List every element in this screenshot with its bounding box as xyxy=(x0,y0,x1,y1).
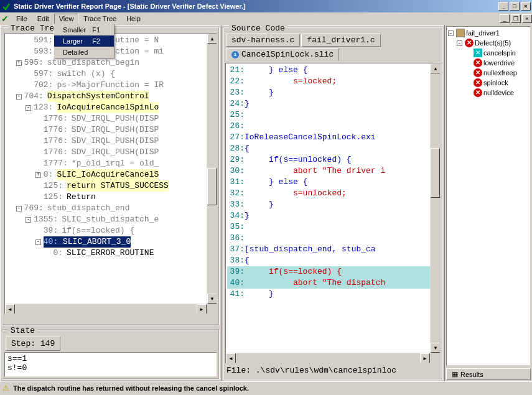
source-line[interactable]: 39: if(s==locked) { xyxy=(227,266,439,277)
tree-node[interactable]: ✕lowerdrive xyxy=(448,58,529,68)
trace-line[interactable]: 125:return STATUS_SUCCESS xyxy=(6,180,215,192)
source-line[interactable]: 34:} xyxy=(227,210,439,221)
scroll-thumb[interactable] xyxy=(207,168,217,205)
trace-hscrollbar[interactable]: ◄ ► xyxy=(5,304,207,314)
source-line[interactable]: 33: } xyxy=(227,199,439,210)
source-line[interactable]: 31: } else { xyxy=(227,177,439,188)
defect-tree[interactable]: -fail_driver1-✕Defect(s)(5)✕cancelspin✕l… xyxy=(446,26,531,366)
source-line[interactable]: 27:IoReleaseCancelSpinLock.exi xyxy=(227,132,439,143)
trace-line[interactable]: -704:DispatchSystemControl xyxy=(6,91,215,102)
scroll-right-icon[interactable]: ► xyxy=(197,304,207,314)
view-menu-item[interactable]: Detailed xyxy=(54,47,114,58)
trace-tree-view[interactable]: 591:ps->CancelRoutine = N 593:ps->MinorF… xyxy=(4,33,217,314)
tree-node[interactable]: ✕nulldevice xyxy=(448,88,529,98)
source-tab[interactable]: iCancelSpinLock.slic xyxy=(226,48,339,61)
close-button[interactable]: × xyxy=(521,2,531,11)
mdi-close-button[interactable]: × xyxy=(522,14,532,23)
source-line[interactable]: 32: s=unlocked; xyxy=(227,188,439,199)
minimize-button[interactable]: _ xyxy=(498,2,508,11)
source-hscrollbar[interactable]: ◄ ► xyxy=(226,353,430,363)
trace-line[interactable]: 1776:SDV_IRQL_PUSH(DISP xyxy=(6,136,215,147)
step-button[interactable]: Step: 149 xyxy=(6,337,60,351)
trace-line[interactable]: 702:ps->MajorFunction = IR xyxy=(6,80,215,91)
source-line[interactable]: 41: } xyxy=(227,289,439,300)
source-tab[interactable]: sdv-harness.c xyxy=(226,34,300,47)
tree-node[interactable]: ✕spinlock xyxy=(448,78,529,88)
source-line[interactable]: 38:{ xyxy=(227,255,439,266)
source-vscrollbar[interactable]: ▲ ▼ xyxy=(430,63,440,353)
state-line: s!=0 xyxy=(7,363,214,373)
scroll-up-icon[interactable]: ▲ xyxy=(207,34,217,44)
state-line: s==1 xyxy=(7,354,214,363)
trace-line[interactable]: -769:stub_dispatch_end xyxy=(6,203,215,214)
source-line[interactable]: 36: xyxy=(227,233,439,244)
trace-vscrollbar[interactable]: ▲ ▼ xyxy=(207,34,217,304)
mdi-restore-button[interactable]: ❐ xyxy=(511,14,521,23)
trace-line[interactable]: 597:switch (x) { xyxy=(6,68,215,80)
trace-line[interactable]: 1777:*p_old_irql = old_ xyxy=(6,158,215,169)
selected-icon: ✕ xyxy=(474,49,482,57)
tree-node[interactable]: ✕cancelspin xyxy=(448,48,529,58)
mdi-minimize-button[interactable]: _ xyxy=(500,14,510,23)
trace-line[interactable]: 1776:SDV_IRQL_PUSH(DISP xyxy=(6,113,215,124)
tree-toggle-icon[interactable]: - xyxy=(26,217,31,223)
source-line[interactable]: 37:[stub_dispatch_end, stub_ca xyxy=(227,244,439,255)
trace-line[interactable]: +595:stub_dispatch_begin xyxy=(6,57,215,68)
tree-node[interactable]: -✕Defect(s)(5) xyxy=(448,38,529,48)
menubar: ✓ File Edit View Trace Tree Help Smaller… xyxy=(0,12,532,25)
scroll-up-icon[interactable]: ▲ xyxy=(431,63,441,73)
tree-node[interactable]: -fail_driver1 xyxy=(448,28,529,38)
source-tab[interactable]: fail_driver1.c xyxy=(301,34,380,47)
tree-toggle-icon[interactable]: - xyxy=(26,105,31,111)
trace-line[interactable]: -1355:SLIC_stub_dispatch_e xyxy=(6,214,215,225)
source-line[interactable]: 23: } xyxy=(227,87,439,98)
trace-line[interactable]: +0:SLIC_IoAcquireCancelS xyxy=(6,169,215,180)
source-line[interactable]: 35: xyxy=(227,221,439,233)
source-line[interactable]: 24:} xyxy=(227,98,439,109)
view-menu-item[interactable]: SmallerF1 xyxy=(54,24,114,35)
scroll-left-icon[interactable]: ◄ xyxy=(5,304,15,314)
tree-toggle-icon[interactable]: + xyxy=(16,60,22,66)
source-line[interactable]: 40: abort "The dispatch xyxy=(227,277,439,289)
menu-file[interactable]: File xyxy=(11,14,32,24)
maximize-button[interactable]: □ xyxy=(510,2,520,11)
tree-toggle-icon[interactable]: - xyxy=(448,30,454,36)
trace-line[interactable]: -40: SLIC_ABORT_3_0 xyxy=(6,236,215,248)
scroll-thumb[interactable] xyxy=(431,148,440,198)
menu-help[interactable]: Help xyxy=(121,14,146,24)
error-icon: ✕ xyxy=(465,39,474,47)
tree-toggle-icon[interactable]: + xyxy=(35,172,41,178)
scroll-right-icon[interactable]: ► xyxy=(420,353,430,363)
source-line[interactable]: 26: xyxy=(227,121,439,132)
trace-line[interactable]: 125:Return xyxy=(6,192,215,203)
tree-toggle-icon[interactable]: - xyxy=(457,40,462,46)
trace-line[interactable]: -123:IoAcquireCancelSpinLo xyxy=(6,102,215,113)
scroll-down-icon[interactable]: ▼ xyxy=(207,294,217,304)
results-tab[interactable]: ▦ Results xyxy=(446,368,531,380)
tree-toggle-icon[interactable]: - xyxy=(16,206,22,211)
package-icon xyxy=(456,29,465,37)
left-panel: Trace Tree 591:ps->CancelRoutine = N 593… xyxy=(0,25,222,381)
trace-line[interactable]: 0:SLIC_ERROR_ROUTINE xyxy=(6,248,215,259)
source-view[interactable]: 21: } else {22: s=locked;23: }24:}25:26:… xyxy=(225,63,441,363)
trace-line[interactable]: 1776:SDV_IRQL_PUSH(DISP xyxy=(6,124,215,136)
tree-toggle-icon[interactable]: - xyxy=(16,94,22,100)
view-menu-item[interactable]: LargerF2 xyxy=(54,35,114,47)
menu-view[interactable]: View xyxy=(54,14,79,24)
scroll-down-icon[interactable]: ▼ xyxy=(431,343,441,353)
source-line[interactable]: 21: } else { xyxy=(227,65,439,76)
source-line[interactable]: 22: s=locked; xyxy=(227,76,439,87)
source-line[interactable]: 28:{ xyxy=(227,143,439,154)
menu-edit[interactable]: Edit xyxy=(32,14,54,24)
menu-tracetree[interactable]: Trace Tree xyxy=(78,14,121,24)
tree-toggle-icon[interactable]: - xyxy=(35,239,41,245)
source-line[interactable]: 25: xyxy=(227,109,439,121)
source-line[interactable]: 30: abort "The driver i xyxy=(227,165,439,177)
scroll-left-icon[interactable]: ◄ xyxy=(226,353,236,363)
trace-line[interactable]: 1776:SDV_IRQL_PUSH(DISP xyxy=(6,147,215,158)
scroll-corner xyxy=(430,353,440,363)
trace-line[interactable]: 39:if(s==locked) { xyxy=(6,225,215,236)
tree-node[interactable]: ✕nullexfreep xyxy=(448,68,529,78)
source-line[interactable]: 29: if(s==unlocked) { xyxy=(227,154,439,165)
error-icon: ✕ xyxy=(474,68,482,77)
